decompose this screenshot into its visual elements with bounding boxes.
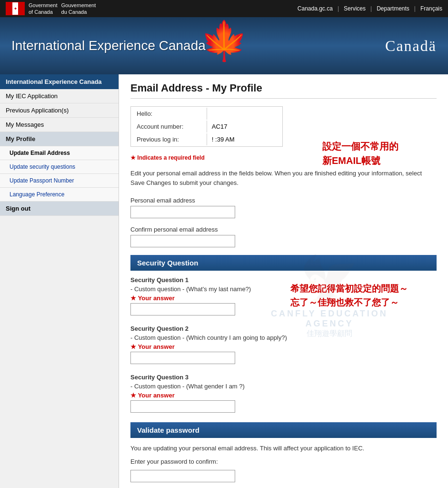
q2-answer-input[interactable]	[130, 352, 235, 364]
security-q1-block: Security Question 1 - Custom question - …	[130, 276, 437, 315]
q2-custom: - Custom question - (Which country I am …	[130, 334, 437, 341]
sidebar-item-iec-application[interactable]: My IEC Application	[0, 89, 119, 103]
q1-answer-input[interactable]	[130, 303, 235, 315]
canada-wordmark: Canadä	[385, 37, 437, 55]
gov-names-fr: Gouvernementdu Canada	[61, 2, 96, 16]
q1-title: Security Question 1	[130, 276, 437, 284]
sidebar-item-messages[interactable]: My Messages	[0, 118, 119, 132]
q3-answer-label: ★ Your answer	[130, 392, 437, 399]
gov-bar: ✦ Governmentof Canada Gouvernementdu Can…	[0, 0, 448, 17]
form-group-email: Personal email address	[130, 197, 437, 218]
sidebar-item-security-questions[interactable]: Update security questions	[0, 160, 119, 174]
sidebar-item-profile[interactable]: My Profile	[0, 132, 119, 146]
chinese-note-1: 設定一個不常用的 新EMAIL帳號	[322, 139, 398, 168]
security-question-header: Security Question	[130, 255, 437, 271]
validate-text2: Enter your password to confirm:	[130, 457, 437, 467]
maple-leaf-header: 🍁	[200, 22, 248, 60]
required-note: ★ Indicates a required field	[130, 154, 437, 161]
validate-password-header: Validate password	[130, 422, 437, 438]
departments-link[interactable]: Departments	[377, 5, 409, 12]
gov-names: Governmentof Canada	[29, 2, 58, 16]
password-input[interactable]	[130, 470, 235, 482]
sidebar-item-update-email[interactable]: Update Email Address	[0, 146, 119, 160]
svg-text:✦: ✦	[14, 7, 17, 11]
q3-title: Security Question 3	[130, 374, 437, 381]
personal-email-input[interactable]	[130, 206, 235, 218]
gov-logo: ✦	[6, 2, 25, 15]
validate-text1: You are updating your personal email add…	[130, 444, 437, 453]
services-link[interactable]: Services	[344, 5, 366, 12]
form-group-confirm-email: Confirm personal email address	[130, 226, 437, 247]
login-value: ! :39 AM	[207, 133, 281, 145]
sidebar-header: International Experience Canada	[0, 74, 119, 89]
q3-answer-input[interactable]	[130, 400, 235, 413]
svg-rect-2	[18, 2, 24, 15]
login-label: Previous log in:	[132, 133, 206, 145]
header-title: International Experience Canada	[11, 38, 206, 53]
content: 設定一個不常用的 新EMAIL帳號 希望您記得當初設定的問題～ 忘了～佳翔也救不…	[119, 74, 448, 488]
sidebar: International Experience Canada My IEC A…	[0, 74, 119, 488]
q1-custom: - Custom question - (What's my last name…	[130, 285, 437, 293]
hello-label: Hello:	[132, 108, 206, 120]
content-wrapper: 設定一個不常用的 新EMAIL帳號 希望您記得當初設定的問題～ 忘了～佳翔也救不…	[130, 82, 437, 488]
hello-value	[207, 108, 281, 120]
canada-link[interactable]: Canada.gc.ca	[298, 5, 333, 12]
gov-bar-right: Canada.gc.ca | Services | Departments | …	[298, 5, 442, 12]
gov-bar-left: ✦ Governmentof Canada Gouvernementdu Can…	[6, 2, 96, 16]
security-q2-block: Security Question 2 - Custom question - …	[130, 325, 437, 364]
instruction-text: Edit your personal email address in the …	[130, 169, 437, 187]
account-label: Account number:	[132, 121, 206, 132]
security-q3-block: Security Question 3 - Custom question - …	[130, 374, 437, 413]
personal-email-label: Personal email address	[130, 197, 437, 204]
page-title: Email Address - My Profile	[130, 82, 437, 99]
sidebar-item-passport[interactable]: Update Passport Number	[0, 174, 119, 188]
q3-custom: - Custom question - (What gender I am ?)	[130, 383, 437, 390]
sidebar-item-language[interactable]: Language Preference	[0, 188, 119, 202]
francais-link[interactable]: Français	[420, 5, 442, 12]
confirm-email-input[interactable]	[130, 235, 235, 247]
account-value: AC17	[207, 121, 281, 132]
confirm-email-label: Confirm personal email address	[130, 226, 437, 233]
q2-title: Security Question 2	[130, 325, 437, 332]
sidebar-item-signout[interactable]: Sign out	[0, 202, 119, 216]
validate-section: You are updating your personal email add…	[130, 444, 437, 482]
header-banner: International Experience Canada 🍁 Canadä	[0, 17, 448, 74]
info-table: Hello: Account number: AC17 Previous log…	[130, 106, 283, 147]
svg-rect-0	[7, 2, 12, 15]
q1-answer-label: ★ Your answer	[130, 295, 437, 302]
q2-answer-label: ★ Your answer	[130, 343, 437, 350]
sidebar-item-previous-apps[interactable]: Previous Application(s)	[0, 103, 119, 118]
main-layout: International Experience Canada My IEC A…	[0, 74, 448, 488]
gov-name-en: Governmentof Canada	[29, 2, 58, 16]
